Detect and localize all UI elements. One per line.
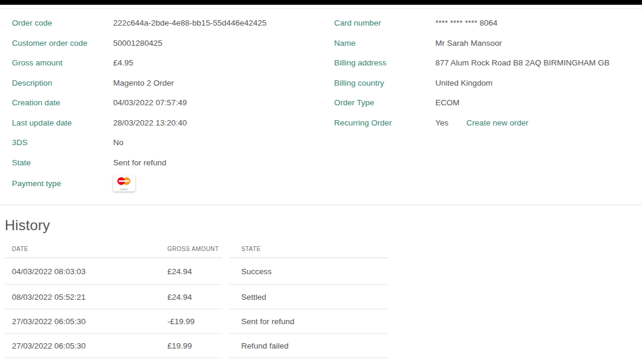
detail-row: 3DSNo: [12, 133, 321, 153]
details-left-column: Order code222c644a-2bde-4e88-bb15-55d446…: [0, 13, 321, 194]
field-label: 3DS: [12, 138, 113, 147]
history-table-body: 04/03/2022 08:03:03£24.94Success08/03/20…: [5, 258, 388, 358]
detail-row: Last update date28/03/2022 13:20:40: [12, 113, 321, 133]
field-label: Order Type: [334, 98, 435, 107]
history-row-date: 27/03/2022 06:05:30: [5, 334, 167, 358]
detail-row: StateSent for refund: [12, 153, 321, 173]
field-label: Last update date: [12, 118, 113, 127]
mastercard-wordmark: [119, 180, 129, 182]
history-row-gross-amount: -£19.99: [167, 309, 222, 334]
field-value: 28/03/2022 13:20:40: [113, 118, 187, 127]
field-value: Magento 2 Order: [113, 79, 174, 87]
column-gap: [222, 246, 229, 258]
history-title: History: [5, 217, 642, 234]
detail-row: NameMr Sarah Mansoor: [334, 33, 642, 54]
create-new-order-link[interactable]: Create new order: [466, 118, 528, 127]
history-row-gross-amount: £24.94: [167, 285, 222, 309]
detail-row: Order TypeECOM: [334, 93, 642, 113]
history-row-date: 27/03/2022 06:05:30: [5, 309, 167, 334]
detail-row: Recurring OrderYesCreate new order: [334, 113, 642, 133]
field-value: 04/03/2022 07:57:49: [113, 98, 187, 107]
field-label: Billing address: [334, 58, 435, 67]
field-label: Customer order code: [12, 39, 113, 48]
field-label: Name: [334, 39, 435, 48]
field-value: **** **** **** 8064: [435, 18, 497, 27]
history-table-row: 27/03/2022 06:05:30£19.99Refund failed: [5, 334, 388, 358]
field-value: Yes: [435, 118, 448, 127]
mastercard-debit-icon: DEBIT: [113, 175, 135, 192]
field-value: £4.95: [113, 58, 133, 67]
field-value: United Kingdom: [435, 79, 493, 87]
field-label: Billing country: [334, 79, 435, 87]
history-table-row: 27/03/2022 06:05:30-£19.99Sent for refun…: [5, 309, 388, 334]
column-header-state: STATE: [229, 246, 388, 258]
field-value: 877 Alum Rock Road B8 2AQ BIRMINGHAM GB: [435, 58, 610, 67]
column-gap: [222, 309, 229, 334]
field-value: No: [113, 138, 123, 147]
history-row-state: Success: [229, 258, 388, 285]
detail-row: Customer order code50001280425: [12, 33, 321, 54]
history-section: History DATE GROSS AMOUNT STATE 04/03/20…: [0, 205, 642, 358]
history-row-gross-amount: £24.94: [167, 258, 222, 285]
top-black-bar: [0, 0, 642, 5]
detail-row: Creation date04/03/2022 07:57:49: [12, 93, 321, 113]
field-label: Recurring Order: [334, 118, 435, 127]
detail-row: Billing address877 Alum Rock Road B8 2AQ…: [334, 53, 642, 73]
history-table-row: 04/03/2022 08:03:03£24.94Success: [5, 258, 388, 285]
field-label: Description: [12, 79, 113, 87]
history-row-state: Settled: [229, 285, 388, 309]
field-label: Payment type: [12, 179, 113, 188]
detail-row: Gross amount£4.95: [12, 53, 321, 73]
history-table: DATE GROSS AMOUNT STATE 04/03/2022 08:03…: [5, 246, 388, 358]
column-header-gross-amount: GROSS AMOUNT: [167, 246, 222, 258]
detail-row: Card number**** **** **** 8064: [334, 13, 642, 33]
history-table-header: DATE GROSS AMOUNT STATE: [5, 246, 388, 258]
detail-row: Payment typeDEBIT: [12, 172, 321, 194]
history-row-state: Sent for refund: [229, 309, 388, 334]
field-label: Card number: [334, 18, 435, 27]
detail-row: DescriptionMagento 2 Order: [12, 73, 321, 93]
history-row-date: 08/03/2022 05:52:21: [5, 285, 167, 309]
field-label: State: [12, 158, 113, 167]
debit-label: DEBIT: [118, 188, 130, 191]
field-value: 222c644a-2bde-4e88-bb15-55d446e42425: [113, 18, 266, 27]
field-value: Sent for refund: [113, 158, 166, 167]
field-label: Order code: [12, 18, 113, 27]
field-label: Creation date: [12, 98, 113, 107]
field-value: ECOM: [435, 98, 460, 107]
order-details-section: Order code222c644a-2bde-4e88-bb15-55d446…: [0, 9, 642, 205]
column-header-date: DATE: [5, 246, 167, 258]
field-value: Mr Sarah Mansoor: [435, 39, 502, 48]
column-gap: [222, 258, 229, 285]
column-gap: [222, 285, 229, 309]
field-value: 50001280425: [113, 39, 163, 48]
detail-row: Billing countryUnited Kingdom: [334, 73, 642, 93]
field-label: Gross amount: [12, 58, 113, 67]
history-row-date: 04/03/2022 08:03:03: [5, 258, 167, 285]
column-gap: [222, 334, 229, 358]
history-table-row: 08/03/2022 05:52:21£24.94Settled: [5, 285, 388, 309]
details-right-column: Card number**** **** **** 8064NameMr Sar…: [321, 13, 642, 194]
detail-row: Order code222c644a-2bde-4e88-bb15-55d446…: [12, 13, 321, 33]
history-row-state: Refund failed: [229, 334, 388, 358]
history-row-gross-amount: £19.99: [167, 334, 222, 358]
